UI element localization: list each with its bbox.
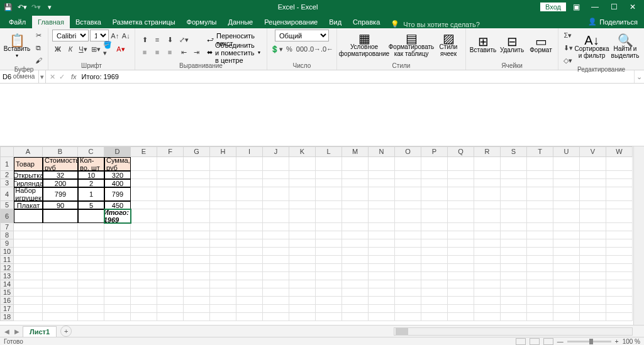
cell[interactable] [606, 305, 633, 313]
format-cells-button[interactable]: ▭Формат [528, 30, 554, 62]
cell[interactable] [104, 223, 131, 231]
cell[interactable] [342, 231, 369, 239]
cell[interactable] [448, 239, 474, 248]
maximize-icon[interactable]: ☐ [605, 0, 623, 14]
border-icon[interactable]: ⊞▾ [90, 43, 101, 55]
tab-рецензирование[interactable]: Рецензирование [258, 16, 323, 28]
cell[interactable]: Плакат [14, 201, 43, 209]
cell[interactable] [553, 288, 580, 297]
cell[interactable] [14, 272, 43, 280]
cell[interactable] [210, 264, 236, 272]
cell[interactable] [474, 187, 501, 201]
qat-customize-icon[interactable]: ▾ [44, 1, 55, 13]
cell[interactable] [210, 187, 236, 201]
cell[interactable] [289, 305, 316, 313]
cell[interactable] [501, 264, 527, 272]
cell[interactable] [395, 231, 421, 239]
cell[interactable] [501, 239, 527, 248]
cell[interactable] [369, 288, 395, 297]
cell[interactable] [236, 264, 263, 272]
cell[interactable] [448, 297, 474, 305]
cell[interactable] [43, 288, 78, 297]
cell[interactable] [184, 288, 210, 297]
column-header[interactable]: M [342, 146, 369, 157]
cell[interactable] [104, 256, 131, 264]
row-header[interactable]: 10 [0, 248, 14, 256]
cell[interactable] [527, 157, 553, 171]
cell[interactable] [131, 201, 157, 209]
cell[interactable] [43, 231, 78, 239]
cell[interactable] [474, 305, 501, 313]
align-bottom-icon[interactable]: ⬇ [164, 34, 175, 45]
cell[interactable] [210, 179, 236, 187]
cell[interactable] [316, 272, 342, 280]
cell[interactable]: 90 [43, 201, 78, 209]
cell[interactable] [289, 288, 316, 297]
cell[interactable] [501, 297, 527, 305]
cell[interactable] [395, 239, 421, 248]
cell[interactable] [316, 248, 342, 256]
column-header[interactable]: N [369, 146, 395, 157]
cell[interactable] [157, 171, 184, 179]
cell[interactable] [448, 209, 474, 223]
cell[interactable] [289, 272, 316, 280]
cell[interactable] [553, 231, 580, 239]
fill-color-icon[interactable]: 🪣▾ [103, 43, 114, 55]
cell[interactable] [342, 288, 369, 297]
cell[interactable] [342, 280, 369, 288]
add-sheet-icon[interactable]: + [60, 326, 72, 337]
cell[interactable] [606, 171, 633, 179]
cell[interactable] [369, 179, 395, 187]
cell[interactable] [527, 223, 553, 231]
cell[interactable] [553, 171, 580, 179]
cell[interactable] [501, 305, 527, 313]
cell[interactable] [131, 223, 157, 231]
worksheet-grid[interactable]: ABCDEFGHIJKLMNOPQRSTUVW 1234567891011121… [0, 146, 644, 321]
tab-данные[interactable]: Данные [222, 16, 258, 28]
cell[interactable] [395, 272, 421, 280]
cell[interactable] [78, 272, 104, 280]
column-header[interactable]: B [43, 146, 78, 157]
cell[interactable] [104, 288, 131, 297]
cell[interactable] [342, 239, 369, 248]
cell[interactable] [369, 187, 395, 201]
cell[interactable] [263, 248, 289, 256]
cell[interactable] [43, 305, 78, 313]
cell[interactable] [14, 313, 43, 321]
cell[interactable] [131, 272, 157, 280]
decrease-font-icon[interactable]: A↓ [121, 30, 131, 41]
cell[interactable] [289, 256, 316, 264]
cell[interactable] [421, 264, 448, 272]
column-header[interactable]: Q [448, 146, 474, 157]
cell[interactable] [395, 280, 421, 288]
cell[interactable] [184, 239, 210, 248]
cell[interactable] [553, 313, 580, 321]
ribbon-display-icon[interactable]: ▣ [567, 0, 585, 14]
cell[interactable] [316, 305, 342, 313]
conditional-format-button[interactable]: ▦Условное форматирование [341, 30, 387, 62]
cell[interactable] [448, 256, 474, 264]
cell[interactable] [527, 239, 553, 248]
cell[interactable] [527, 231, 553, 239]
cell[interactable] [157, 272, 184, 280]
cell[interactable] [157, 239, 184, 248]
cell[interactable] [236, 239, 263, 248]
cell[interactable] [157, 223, 184, 231]
column-header[interactable]: P [421, 146, 448, 157]
cell[interactable] [43, 280, 78, 288]
redo-icon[interactable]: ↷▾ [30, 1, 42, 13]
cell[interactable] [236, 201, 263, 209]
column-header[interactable]: J [263, 146, 289, 157]
cell[interactable] [342, 256, 369, 264]
cell[interactable]: 320 [104, 171, 131, 179]
cell[interactable] [236, 280, 263, 288]
cell[interactable] [474, 171, 501, 179]
align-left-icon[interactable]: ≡ [139, 47, 150, 58]
cell[interactable] [316, 264, 342, 272]
cell[interactable] [184, 256, 210, 264]
row-header[interactable]: 14 [0, 280, 14, 288]
cell[interactable] [580, 231, 606, 239]
cell[interactable] [104, 231, 131, 239]
cell[interactable] [316, 201, 342, 209]
bold-button[interactable]: Ж [52, 43, 64, 55]
